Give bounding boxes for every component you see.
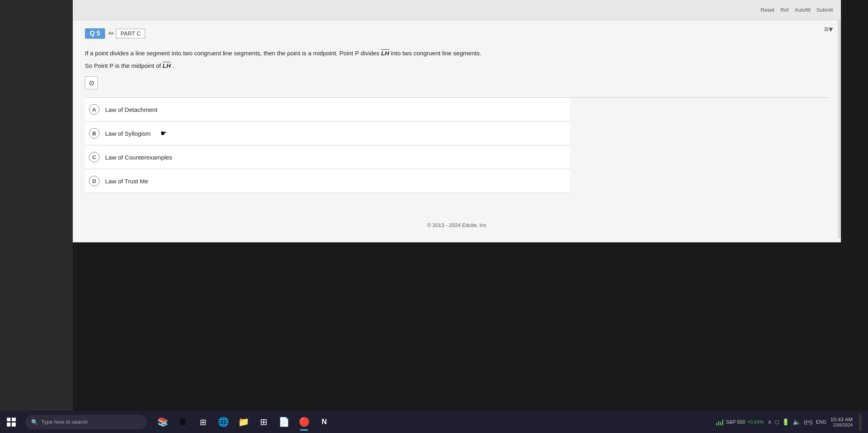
taskbar-search-bar[interactable]: 🔍 Type here to search [25, 415, 147, 429]
chart-bars-icon [716, 419, 723, 425]
start-button[interactable] [0, 411, 22, 433]
windows-icon [7, 418, 16, 427]
option-d-text: Law of Trust Me [105, 178, 148, 185]
battery-icon: 🔋 [782, 418, 790, 426]
midpoint-statement: So Point P is the midpoint of LH . [85, 61, 829, 71]
doc-icon: 📄 [279, 417, 289, 427]
option-a-row[interactable]: A Law of Detachment [85, 98, 570, 122]
symbol-box: ⊙ [85, 76, 98, 89]
chrome-icon: 🔴 [299, 417, 310, 427]
volume-icon[interactable]: 🔈 [793, 418, 800, 426]
question-badge-container: Q 5 ✏ [85, 28, 114, 39]
language-label: ENG [816, 419, 826, 425]
monitor-icon: 🖥 [178, 417, 187, 427]
books-icon: 📚 [157, 417, 168, 427]
option-a-circle: A [89, 104, 99, 115]
show-desktop-button[interactable] [859, 414, 862, 431]
taskbar-chrome-app[interactable]: 🔴 [295, 413, 313, 431]
radio-symbol: ⊙ [89, 79, 94, 87]
search-placeholder: Type here to search [41, 419, 88, 425]
pencil-icon: ✏ [108, 29, 114, 38]
taskmanager-icon: ⊞ [200, 417, 207, 427]
wifi-icon: ((•)) [804, 419, 813, 425]
left-edge-panel [0, 0, 73, 433]
system-tray: S&P 500 +0.64% ∧ □ 🔋 🔈 ((•)) ENG 10:43 A… [716, 414, 868, 431]
option-d-circle: D [89, 176, 99, 186]
option-d-row[interactable]: D Law of Trust Me [85, 169, 570, 193]
time-value: 10:43 AM [830, 416, 853, 422]
option-b-text: Law of Syllogism [105, 130, 151, 137]
taskbar-apps: 📚 🖥 ⊞ 🌐 📁 ⊞ 📄 🔴 N [153, 413, 716, 431]
question-area: Q 5 ✏ PART C If a point divides a line s… [73, 20, 841, 242]
midpoint-segment-label: LH [163, 62, 171, 69]
option-c-text: Law of Counterexamples [105, 154, 172, 161]
system-clock[interactable]: 10:43 AM 10/8/2024 [830, 416, 853, 427]
ref-button[interactable]: Ref [780, 7, 788, 13]
autofill-button[interactable]: Autofill [795, 7, 811, 13]
copyright-footer: © 2013 - 2024 Edcite, Inc [73, 222, 841, 228]
edge-icon: 🌐 [218, 417, 229, 427]
scrollbar[interactable] [838, 20, 841, 238]
top-bar-buttons: Reset Ref Autofill Submit [760, 7, 833, 13]
notion-icon: N [322, 418, 327, 426]
top-bar: Reset Ref Autofill Submit [73, 0, 841, 20]
taskbar-books-app[interactable]: 📚 [153, 413, 172, 431]
option-a-text: Law of Detachment [105, 106, 157, 113]
taskbar: 🔍 Type here to search 📚 🖥 ⊞ 🌐 📁 ⊞ 📄 🔴 [0, 411, 868, 433]
cursor-hand-icon: ☛ [161, 129, 167, 138]
part-label: PART C [116, 29, 145, 38]
tray-icons: ∧ □ 🔋 🔈 ((•)) ENG [768, 418, 826, 426]
menu-icon[interactable]: ≡▾ [824, 24, 833, 34]
notification-icon[interactable]: □ [775, 418, 779, 425]
question-badge: Q 5 [85, 28, 105, 39]
option-b-row[interactable]: B Law of Syllogism ☛ [85, 122, 570, 145]
search-icon: 🔍 [31, 419, 38, 425]
folder-icon: 📁 [238, 417, 249, 427]
question-text: If a point divides a line segment into t… [85, 49, 829, 58]
submit-button[interactable]: Submit [817, 7, 833, 13]
segment-label-inline: LH [381, 50, 389, 57]
taskbar-monitor-app[interactable]: 🖥 [173, 413, 192, 431]
option-b-circle: B [89, 128, 99, 139]
reset-button[interactable]: Reset [760, 7, 774, 13]
date-value: 10/8/2024 [830, 422, 853, 427]
stock-ticker: S&P 500 +0.64% [716, 419, 764, 425]
grid-icon: ⊞ [260, 417, 267, 427]
option-c-row[interactable]: C Law of Counterexamples [85, 145, 570, 169]
taskbar-grid-app[interactable]: ⊞ [254, 413, 273, 431]
taskbar-taskmanager-app[interactable]: ⊞ [194, 413, 212, 431]
taskbar-doc-app[interactable]: 📄 [275, 413, 293, 431]
stock-value: +0.64% [747, 419, 764, 425]
options-container: A Law of Detachment B Law of Syllogism ☛… [85, 97, 829, 193]
option-c-circle: C [89, 152, 99, 162]
taskbar-files-app[interactable]: 📁 [234, 413, 253, 431]
taskbar-edge-app[interactable]: 🌐 [214, 413, 232, 431]
main-content-area: Reset Ref Autofill Submit Q 5 ✏ PART C I… [73, 0, 841, 242]
chevron-up-icon[interactable]: ∧ [768, 419, 772, 425]
stock-name: S&P 500 [726, 419, 745, 425]
taskbar-notion-app[interactable]: N [315, 413, 334, 431]
